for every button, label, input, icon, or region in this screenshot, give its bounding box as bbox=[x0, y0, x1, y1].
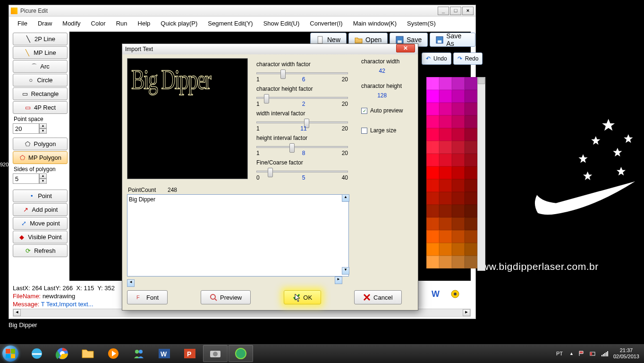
sides-polygon-input[interactable] bbox=[13, 173, 39, 184]
palette-color[interactable] bbox=[426, 256, 439, 268]
palette-color[interactable] bbox=[465, 230, 477, 243]
undo-button[interactable]: ↶Undo bbox=[422, 52, 451, 65]
point-space-up[interactable]: ▲ bbox=[39, 123, 47, 129]
slider-hif[interactable] bbox=[256, 146, 348, 148]
tool-rectangle[interactable]: ▭Rectangle bbox=[13, 87, 68, 100]
ok-button[interactable]: OK bbox=[284, 290, 321, 304]
maximize-button[interactable]: □ bbox=[450, 7, 461, 15]
textarea-scroll-left[interactable]: ◄ bbox=[127, 279, 135, 287]
textarea-scroll-up[interactable]: ▲ bbox=[342, 194, 349, 202]
task-messenger[interactable] bbox=[127, 345, 151, 362]
battery-icon[interactable] bbox=[590, 350, 596, 357]
flag-icon[interactable] bbox=[578, 350, 585, 357]
font-button[interactable]: FFont bbox=[127, 290, 168, 304]
palette-color[interactable] bbox=[439, 154, 452, 166]
tool-circle[interactable]: ○Circle bbox=[13, 74, 68, 86]
slider-wif[interactable] bbox=[256, 121, 348, 123]
palette-color[interactable] bbox=[465, 243, 477, 256]
palette-color[interactable] bbox=[426, 141, 439, 154]
tool-refresh[interactable]: ⟳Refresh bbox=[13, 244, 68, 257]
palette-color[interactable] bbox=[465, 77, 477, 90]
palette-color[interactable] bbox=[452, 90, 465, 103]
palette-color[interactable] bbox=[426, 77, 439, 90]
palette-color[interactable] bbox=[465, 217, 477, 230]
dialog-close-button[interactable]: ✕ bbox=[396, 44, 415, 52]
slider-fcf[interactable] bbox=[256, 171, 348, 173]
menu-quickplay[interactable]: Quick play(P) bbox=[156, 18, 202, 29]
palette-color[interactable] bbox=[452, 128, 465, 141]
palette-color[interactable] bbox=[465, 205, 477, 217]
menu-color[interactable]: Color bbox=[86, 18, 110, 29]
point-space-input[interactable] bbox=[13, 123, 39, 134]
menu-mainwin[interactable]: Main window(K) bbox=[348, 18, 401, 29]
saveas-button[interactable]: Save As bbox=[430, 33, 475, 47]
menu-system[interactable]: System(S) bbox=[402, 18, 441, 29]
text-input[interactable]: Big Dipper bbox=[127, 194, 349, 277]
palette-color[interactable] bbox=[452, 205, 465, 217]
task-explorer[interactable] bbox=[76, 345, 100, 362]
tool-2p-line[interactable]: ╲2P Line bbox=[13, 33, 68, 45]
task-chrome[interactable] bbox=[50, 345, 75, 362]
palette-color[interactable] bbox=[465, 166, 477, 179]
textarea-scroll-down[interactable]: ▼ bbox=[342, 267, 349, 275]
palette-color[interactable] bbox=[439, 141, 452, 154]
palette-color[interactable] bbox=[452, 256, 465, 268]
palette-color[interactable] bbox=[439, 90, 452, 103]
tool-visible-point[interactable]: ◆Visible Point bbox=[13, 231, 68, 243]
menu-draw[interactable]: Draw bbox=[33, 18, 57, 29]
task-picture-edit[interactable] bbox=[203, 345, 228, 362]
menu-help[interactable]: Help bbox=[133, 18, 155, 29]
tool-4p-rect[interactable]: ▭4P Rect bbox=[13, 101, 68, 114]
tool-mp-line[interactable]: ╲MP Line bbox=[13, 46, 68, 59]
redo-button[interactable]: ↷Redo bbox=[453, 52, 483, 65]
gear-icon[interactable] bbox=[449, 288, 461, 300]
palette-color[interactable] bbox=[465, 128, 477, 141]
tool-mp-polygon[interactable]: ⬠MP Polygon bbox=[13, 151, 68, 164]
palette-color[interactable] bbox=[465, 256, 477, 268]
tool-arc[interactable]: ⌒Arc bbox=[13, 60, 68, 73]
slider-chf[interactable] bbox=[256, 97, 348, 99]
w-icon[interactable]: W bbox=[430, 288, 442, 300]
textarea-scroll-right[interactable]: ► bbox=[335, 277, 342, 284]
close-button[interactable]: × bbox=[462, 7, 474, 15]
palette-color[interactable] bbox=[439, 128, 452, 141]
palette-color[interactable] bbox=[452, 166, 465, 179]
wifi-icon[interactable] bbox=[601, 350, 609, 357]
auto-preview-checkbox[interactable]: ✓ bbox=[361, 108, 367, 114]
palette-color[interactable] bbox=[426, 217, 439, 230]
palette-color[interactable] bbox=[465, 115, 477, 128]
palette-color[interactable] bbox=[439, 192, 452, 205]
task-ie[interactable] bbox=[25, 345, 49, 362]
palette-color[interactable] bbox=[439, 179, 452, 192]
tray-show-hidden[interactable]: ▲ bbox=[569, 351, 574, 356]
palette-color[interactable] bbox=[452, 115, 465, 128]
palette-color[interactable] bbox=[452, 103, 465, 115]
palette-color[interactable] bbox=[439, 205, 452, 217]
palette-color[interactable] bbox=[439, 115, 452, 128]
task-media[interactable] bbox=[101, 345, 126, 362]
palette-color[interactable] bbox=[426, 192, 439, 205]
start-button[interactable] bbox=[0, 344, 21, 363]
palette-color[interactable] bbox=[426, 230, 439, 243]
menu-file[interactable]: File bbox=[13, 18, 32, 29]
palette-color[interactable] bbox=[426, 128, 439, 141]
menu-run[interactable]: Run bbox=[111, 18, 132, 29]
large-size-checkbox[interactable] bbox=[361, 128, 367, 134]
palette-color[interactable] bbox=[426, 243, 439, 256]
tray-clock[interactable]: 21:3702/05/2013 bbox=[613, 347, 639, 360]
palette-color[interactable] bbox=[426, 166, 439, 179]
palette-color[interactable] bbox=[426, 103, 439, 115]
palette-color[interactable] bbox=[465, 154, 477, 166]
palette-color[interactable] bbox=[426, 90, 439, 103]
palette-color[interactable] bbox=[426, 154, 439, 166]
palette-scrollbar[interactable] bbox=[477, 77, 485, 271]
palette-color[interactable] bbox=[465, 179, 477, 192]
menu-converter[interactable]: Converter(I) bbox=[305, 18, 347, 29]
tool-point[interactable]: •Point bbox=[13, 190, 68, 202]
preview-button[interactable]: Preview bbox=[201, 290, 251, 304]
palette-color[interactable] bbox=[439, 166, 452, 179]
palette-color[interactable] bbox=[452, 217, 465, 230]
menu-modify[interactable]: Modify bbox=[58, 18, 85, 29]
tray-language[interactable]: PT bbox=[554, 350, 565, 357]
sides-polygon-down[interactable]: ▼ bbox=[39, 179, 47, 184]
